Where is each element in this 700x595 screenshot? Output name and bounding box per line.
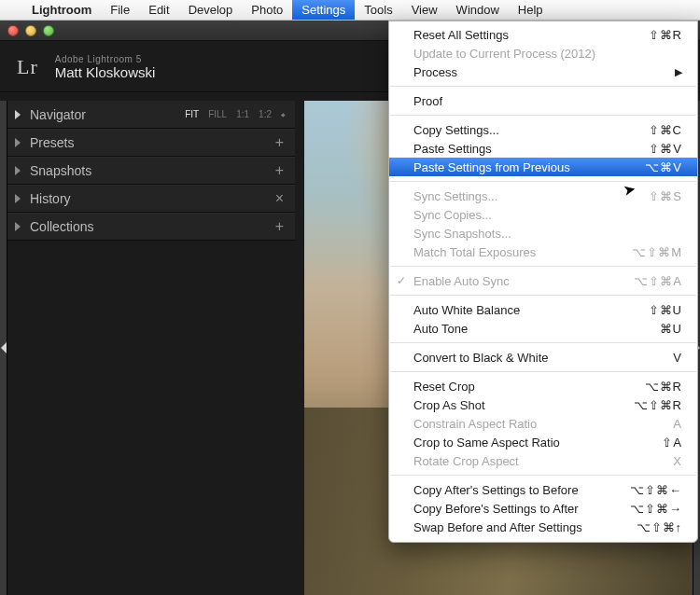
menu-item-convert-to-black-white[interactable]: Convert to Black & WhiteV (389, 348, 697, 367)
menu-item-label: Copy After's Settings to Before (413, 483, 630, 497)
panel-action-button[interactable]: + (273, 162, 286, 179)
menu-item-copy-settings[interactable]: Copy Settings...⇧⌘C (389, 120, 697, 139)
menu-item-copy-before-s-settings-to-after[interactable]: Copy Before's Settings to After⌥⇧⌘→ (389, 499, 697, 518)
menu-item-auto-tone[interactable]: Auto Tone⌘U (389, 319, 697, 338)
menu-item-reset-crop[interactable]: Reset Crop⌥⌘R (389, 377, 697, 395)
menu-item-shortcut: ⌘U (660, 322, 682, 336)
profile-name: Matt Kloskowski (55, 64, 156, 80)
menu-help[interactable]: Help (509, 0, 553, 20)
navigator-zoom-options: FITFILL1:11:2◆ (185, 109, 286, 119)
window-zoom-button[interactable] (43, 25, 54, 36)
menu-item-label: Update to Current Process (2012) (413, 47, 682, 61)
left-panel-toggle[interactable] (0, 101, 7, 595)
menu-item-shortcut: ⌥⌘V (645, 160, 682, 174)
menu-item-shortcut: A (673, 417, 682, 431)
navigator-zoom-FILL[interactable]: FILL (208, 109, 227, 119)
menu-item-label: Paste Settings from Previous (413, 160, 645, 174)
menu-item-crop-as-shot[interactable]: Crop As Shot⌥⇧⌘R (389, 395, 697, 414)
menu-item-label: Proof (413, 94, 682, 108)
menu-item-match-total-exposures: Match Total Exposures⌥⇧⌘M (389, 242, 697, 261)
menu-separator (390, 342, 696, 343)
panel-label: Snapshots (30, 163, 273, 178)
menu-item-paste-settings-from-previous[interactable]: Paste Settings from Previous⌥⌘V (389, 158, 697, 176)
panel-action-button[interactable]: + (273, 218, 286, 235)
menu-item-process[interactable]: Process▶ (389, 62, 697, 81)
menu-separator (390, 181, 696, 182)
menu-item-shortcut: ⇧⌘C (649, 123, 682, 137)
menu-item-shortcut: ⌥⇧⌘← (630, 483, 682, 497)
menu-item-shortcut: ⇧⌘R (649, 28, 682, 42)
menu-item-shortcut: X (673, 454, 682, 468)
menu-item-enable-auto-sync: ✓Enable Auto Sync⌥⇧⌘A (389, 271, 697, 290)
chevron-left-icon (1, 342, 7, 353)
menu-file[interactable]: File (101, 0, 139, 20)
menu-separator (390, 475, 696, 476)
menu-item-crop-to-same-aspect-ratio[interactable]: Crop to Same Aspect Ratio⇧A (389, 433, 697, 451)
menu-separator (390, 266, 696, 267)
disclosure-triangle-icon (15, 222, 21, 231)
menu-item-constrain-aspect-ratio: Constrain Aspect RatioA (389, 414, 697, 433)
menu-item-label: Swap Before and After Settings (413, 520, 637, 534)
panel-navigator[interactable]: Navigator FITFILL1:11:2◆ (7, 101, 295, 129)
menu-item-paste-settings[interactable]: Paste Settings⇧⌘V (389, 139, 697, 158)
window-minimize-button[interactable] (25, 25, 36, 36)
check-icon: ✓ (397, 274, 406, 287)
menu-develop[interactable]: Develop (179, 0, 243, 20)
navigator-zoom-more-icon[interactable]: ◆ (281, 111, 286, 118)
panel-history[interactable]: History× (7, 185, 295, 213)
menu-separator (390, 371, 696, 372)
menu-item-shortcut: ⌥⇧⌘A (634, 274, 682, 288)
menu-item-shortcut: ⌥⌘R (645, 380, 682, 394)
panel-action-button[interactable]: × (273, 190, 286, 207)
menu-item-shortcut: ⌥⇧⌘R (634, 398, 682, 412)
menu-item-label: Reset Crop (413, 380, 645, 394)
menu-photo[interactable]: Photo (242, 0, 292, 20)
menu-item-shortcut: ⌥⇧⌘↑ (637, 520, 683, 534)
menu-item-swap-before-and-after-settings[interactable]: Swap Before and After Settings⌥⇧⌘↑ (389, 518, 697, 536)
menu-tools[interactable]: Tools (355, 0, 401, 20)
submenu-arrow-icon: ▶ (675, 66, 682, 78)
menu-item-label: Auto White Balance (413, 303, 649, 317)
menu-item-label: Crop As Shot (413, 398, 634, 412)
menu-item-update-to-current-process-2012: Update to Current Process (2012) (389, 44, 697, 62)
menu-settings[interactable]: Settings (292, 0, 355, 20)
settings-menu-dropdown: Reset All Settings⇧⌘RUpdate to Current P… (388, 21, 698, 543)
menu-item-label: Constrain Aspect Ratio (413, 417, 673, 431)
menu-item-label: Sync Settings... (413, 189, 649, 203)
menu-item-shortcut: ⇧⌘V (649, 142, 682, 156)
menu-item-sync-settings: Sync Settings...⇧⌘S (389, 187, 697, 205)
menu-view[interactable]: View (402, 0, 447, 20)
disclosure-triangle-icon (15, 138, 21, 147)
menu-item-copy-after-s-settings-to-before[interactable]: Copy After's Settings to Before⌥⇧⌘← (389, 480, 697, 499)
menu-item-sync-snapshots: Sync Snapshots... (389, 224, 697, 242)
navigator-zoom-FIT[interactable]: FIT (185, 109, 199, 119)
menu-app[interactable]: Lightroom (22, 0, 101, 20)
menu-item-auto-white-balance[interactable]: Auto White Balance⇧⌘U (389, 300, 697, 319)
menu-item-label: Sync Snapshots... (413, 227, 682, 241)
menu-separator (390, 295, 696, 296)
menu-item-label: Convert to Black & White (413, 351, 673, 365)
menu-window[interactable]: Window (447, 0, 509, 20)
menu-item-label: Process (413, 65, 675, 79)
menu-item-label: Copy Before's Settings to After (413, 502, 630, 516)
menu-item-proof[interactable]: Proof (389, 91, 697, 110)
menu-item-reset-all-settings[interactable]: Reset All Settings⇧⌘R (389, 25, 697, 44)
panel-action-button[interactable]: + (273, 134, 286, 151)
menu-item-shortcut: ⇧A (662, 436, 682, 450)
menu-edit[interactable]: Edit (139, 0, 178, 20)
product-name: Adobe Lightroom 5 (55, 54, 156, 64)
menu-item-label: Sync Copies... (413, 208, 682, 222)
disclosure-triangle-icon (15, 194, 21, 203)
window-close-button[interactable] (7, 25, 19, 36)
panel-snapshots[interactable]: Snapshots+ (7, 157, 295, 185)
menu-separator (390, 115, 696, 116)
navigator-zoom-1-1[interactable]: 1:1 (236, 109, 249, 119)
menu-item-shortcut: ⇧⌘U (649, 303, 682, 317)
menu-item-shortcut: ⇧⌘S (649, 189, 682, 203)
app-logo: Lr (17, 55, 38, 79)
panel-presets[interactable]: Presets+ (7, 129, 295, 157)
navigator-zoom-1-2[interactable]: 1:2 (259, 109, 272, 119)
menu-item-shortcut: V (673, 351, 682, 365)
menu-item-label: Copy Settings... (413, 123, 649, 137)
panel-collections[interactable]: Collections+ (7, 213, 295, 241)
